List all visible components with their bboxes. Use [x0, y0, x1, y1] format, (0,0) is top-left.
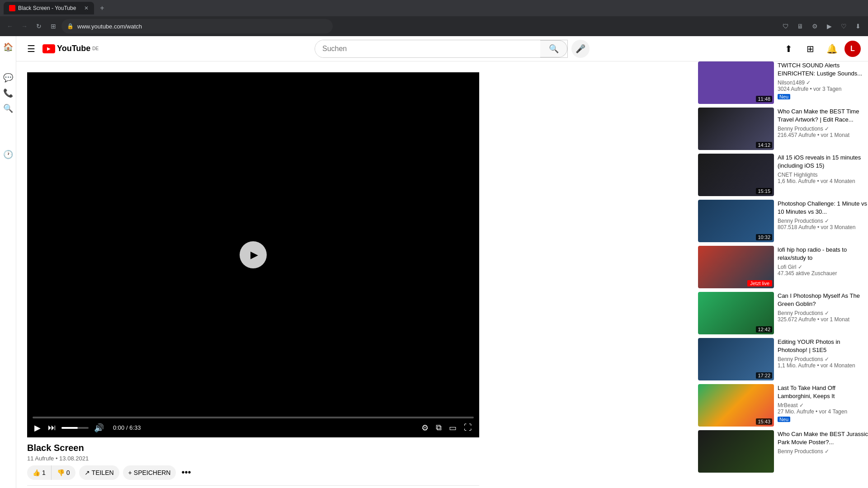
rec-item[interactable]: 17:22Editing YOUR Photos in Photoshop! |… [698, 338, 868, 380]
rec-item[interactable]: 12:42Can I Photoshop Myself As The Green… [698, 292, 868, 334]
rec-channel-name: Benny Productions ✓ [778, 310, 868, 316]
browser-navbar: ← → ↻ ⊞ 🔒 www.youtube.com/watch 🛡 🖥 ⚙ ▶ … [0, 16, 868, 36]
video-meta: 11 Aufrufe • 13.08.2021 [27, 455, 479, 462]
play-button-overlay[interactable] [240, 241, 267, 268]
channel-row: L LetsPlay1234 ANALYSEN VIDEO BEARBEITEN [27, 485, 479, 488]
rec-views: 27 Mio. Aufrufe • vor 4 Tagen [778, 408, 868, 415]
volume-button[interactable]: 🔊 [92, 422, 106, 434]
search-area: 🔍 🎤 [125, 40, 779, 58]
extensions-button[interactable]: ⊞ [47, 20, 60, 33]
rec-info: All 15 iOS reveals in 15 minutes (includ… [778, 154, 868, 196]
rec-item[interactable]: 14:12Who Can Make the BEST Time Travel A… [698, 108, 868, 150]
rec-info: lofi hip hop radio - beats to relax/stud… [778, 246, 868, 288]
fullscreen-button[interactable]: ⛶ [462, 422, 474, 433]
rec-title: Can I Photoshop Myself As The Green Gobl… [778, 292, 868, 308]
volume-slider[interactable] [61, 427, 89, 429]
rec-thumbnail: 14:12 [698, 108, 774, 150]
new-tab-button[interactable]: + [96, 2, 108, 14]
rec-item[interactable]: 15:15All 15 iOS reveals in 15 minutes (i… [698, 154, 868, 196]
rec-thumbnail: 12:42 [698, 292, 774, 334]
os-icon-phone[interactable]: 📞 [1, 86, 15, 100]
apps-icon[interactable]: ⊞ [801, 40, 819, 58]
os-icon-clock[interactable]: 🕐 [1, 147, 15, 162]
rec-item[interactable]: 10:32Photoshop Challenge: 1 Minute vs 10… [698, 200, 868, 242]
os-icon-settings[interactable]: ⚙ [1, 163, 15, 177]
save-button[interactable]: + SPEICHERN [123, 465, 176, 480]
extension-icon-5[interactable]: ♡ [837, 20, 850, 33]
browser-titlebar: Black Screen - YouTube ✕ + [0, 0, 868, 16]
rec-views: 1,1 Mio. Aufrufe • vor 4 Monaten [778, 362, 868, 369]
progress-bar[interactable] [33, 417, 474, 418]
address-bar[interactable]: 🔒 www.youtube.com/watch [61, 19, 333, 33]
video-info: Black Screen 11 Aufrufe • 13.08.2021 👍 1… [27, 437, 479, 485]
video-player[interactable] [27, 72, 479, 437]
header-right: ⬆ ⊞ 🔔 L [779, 40, 861, 58]
rec-duration: 11:48 [756, 96, 772, 102]
rec-info: Last To Take Hand Off Lamborghini, Keeps… [778, 384, 868, 427]
extension-icon-3[interactable]: ⚙ [808, 20, 821, 33]
recommendations-sidebar: 11:48TWITCH SOUND Alerts EINRICHTEN: Lus… [687, 61, 868, 488]
rec-title: lofi hip hop radio - beats to relax/stud… [778, 246, 868, 262]
os-icon-home[interactable]: 🏠 [1, 40, 15, 54]
os-icon-heart[interactable]: ❤ [1, 132, 15, 146]
mic-button[interactable]: 🎤 [571, 40, 590, 58]
rec-duration: 17:22 [756, 372, 772, 379]
rec-item[interactable]: Jetzt livelofi hip hop radio - beats to … [698, 246, 868, 288]
rec-item[interactable]: Who Can Make the BEST Jurassic Park Movi… [698, 430, 868, 473]
main-content: ▶ ⏭ 🔊 0:00 / 6:33 ⚙ ⧉ ▭ ⛶ [16, 61, 868, 488]
rec-title: All 15 iOS reveals in 15 minutes (includ… [778, 154, 868, 170]
extension-icon-4[interactable]: ▶ [823, 20, 835, 33]
rec-channel-name: Nilson1489 ✓ [778, 80, 868, 86]
rec-duration: 12:42 [756, 326, 772, 333]
logo-area: ☰ YouTube DE [16, 40, 125, 58]
browser-tab[interactable]: Black Screen - YouTube ✕ [4, 2, 94, 14]
rec-title: Who Can Make the BEST Jurassic Park Movi… [778, 430, 868, 446]
reload-button[interactable]: ↻ [33, 20, 45, 33]
theater-button[interactable]: ▭ [447, 422, 458, 434]
notifications-icon[interactable]: 🔔 [823, 40, 841, 58]
back-button[interactable]: ← [4, 20, 16, 33]
upload-icon[interactable]: ⬆ [779, 40, 797, 58]
extension-icon-2[interactable]: 🖥 [794, 20, 807, 33]
miniplayer-button[interactable]: ⧉ [434, 422, 443, 433]
tab-close-button[interactable]: ✕ [84, 5, 89, 11]
next-button[interactable]: ⏭ [46, 422, 58, 433]
os-icon-play[interactable]: ▶ [1, 117, 15, 131]
share-button[interactable]: ↗ TEILEN [79, 465, 119, 480]
rec-title: Editing YOUR Photos in Photoshop! | S1E5 [778, 338, 868, 354]
search-input[interactable] [315, 40, 540, 57]
user-avatar[interactable]: L [844, 41, 861, 57]
rec-item[interactable]: 15:43Last To Take Hand Off Lamborghini, … [698, 384, 868, 427]
rec-item[interactable]: 11:48TWITCH SOUND Alerts EINRICHTEN: Lus… [698, 61, 868, 104]
settings-button[interactable]: ⚙ [420, 422, 430, 434]
controls-row: ▶ ⏭ 🔊 0:00 / 6:33 ⚙ ⧉ ▭ ⛶ [33, 422, 474, 434]
current-time: 0:00 [113, 424, 124, 431]
play-pause-button[interactable]: ▶ [33, 422, 42, 434]
os-icon-chat[interactable]: 💬 [1, 70, 15, 85]
more-actions-button[interactable]: ••• [179, 465, 193, 479]
rec-thumbnail: 17:22 [698, 338, 774, 380]
rec-channel-name: CNET Highlights [778, 172, 868, 178]
rec-channel-name: Benny Productions ✓ [778, 126, 868, 132]
youtube-logo[interactable]: YouTube DE [42, 44, 99, 53]
os-icon-search[interactable]: 🔍 [1, 101, 15, 116]
os-icon-more[interactable]: ••• [1, 474, 15, 488]
extension-icon-1[interactable]: 🛡 [779, 20, 792, 33]
rec-info: TWITCH SOUND Alerts EINRICHTEN: Lustige … [778, 61, 868, 104]
like-button[interactable]: 👍 1 [27, 465, 52, 480]
rec-title: Photoshop Challenge: 1 Minute vs 10 Minu… [778, 200, 868, 216]
video-title: Black Screen [27, 443, 479, 453]
video-actions: 👍 1 👎 0 ↗ TEILEN + SPEICHERN ••• [27, 465, 479, 480]
rec-info: Who Can Make the BEST Time Travel Artwor… [778, 108, 868, 150]
extension-icon-6[interactable]: ⬇ [852, 20, 864, 33]
os-icon-msg[interactable]: ✉ [1, 55, 15, 70]
rec-info: Photoshop Challenge: 1 Minute vs 10 Minu… [778, 200, 868, 242]
tab-favicon [9, 5, 15, 11]
lock-icon: 🔒 [67, 23, 74, 29]
rec-thumbnail: 15:43 [698, 384, 774, 427]
dislike-button[interactable]: 👎 0 [52, 465, 75, 480]
nav-right-icons: 🛡 🖥 ⚙ ▶ ♡ ⬇ [779, 20, 864, 33]
menu-icon[interactable]: ☰ [24, 40, 39, 58]
forward-button[interactable]: → [18, 20, 31, 33]
search-button[interactable]: 🔍 [540, 40, 567, 57]
